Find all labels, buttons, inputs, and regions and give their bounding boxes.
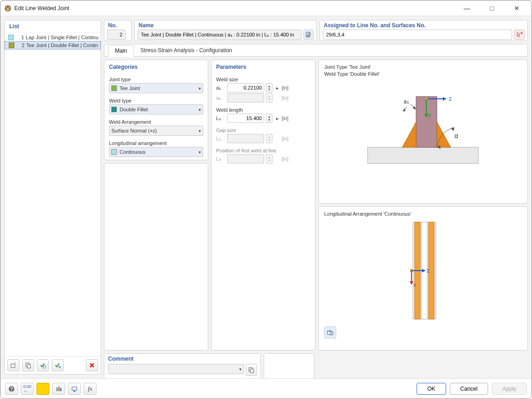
L3-label: L₃ [216, 156, 225, 162]
comment-copy-button[interactable] [246, 364, 257, 376]
weld-type-combo[interactable]: Double Fillet ▾ [109, 104, 203, 115]
L2-input [227, 134, 264, 143]
list-item-number: 2 [17, 42, 24, 48]
list-item[interactable]: 2 Tee Joint | Double Fillet | Contin [5, 41, 101, 49]
comment-combo[interactable]: ▾ [108, 364, 244, 374]
a1-input[interactable] [227, 83, 264, 92]
a2-spinner: ▲▼ [266, 93, 272, 103]
axis-z-label: z [449, 96, 452, 102]
name-input[interactable] [138, 30, 302, 40]
joint-type-combo[interactable]: Tee Joint ▾ [109, 83, 203, 93]
L1-input[interactable] [227, 114, 264, 123]
color-swatch-icon [111, 85, 117, 91]
L2-label: L₂ [216, 136, 225, 142]
library-button[interactable] [52, 383, 65, 395]
list-body: 1 Lap Joint | Single Fillet | Continu 2 … [5, 33, 101, 356]
a2-label: a₂ [216, 95, 225, 101]
delete-item-button[interactable] [86, 359, 98, 371]
L1-label: L₁ [216, 115, 225, 121]
unit-label: [in] [282, 95, 289, 101]
L1-arrow-icon[interactable]: ▸ [274, 116, 280, 121]
list-item[interactable]: 1 Lap Joint | Single Fillet | Continu [5, 34, 101, 41]
gap-label: Gap size [216, 127, 310, 133]
units-button[interactable]: 0,00↔ [21, 383, 34, 395]
categories-panel: Categories Joint type Tee Joint ▾ Weld t… [104, 60, 208, 160]
tabs: Main Stress-Strain Analysis - Configurat… [104, 44, 528, 57]
check-a-button[interactable] [37, 359, 49, 371]
preview-joint-type: Joint Type 'Tee Joint' [324, 64, 371, 70]
rename-icon[interactable] [303, 30, 314, 40]
weld-size-label: Weld size [216, 77, 310, 82]
minimize-button[interactable]: — [459, 3, 475, 14]
arrangement-diagram: z x [324, 218, 522, 324]
check-b-button[interactable] [52, 359, 64, 371]
content: List 1 Lap Joint | Single Fillet | Conti… [0, 16, 532, 378]
L3-input [227, 154, 264, 163]
weld-arrangement-combo[interactable]: Surface Normal (+z) ▾ [109, 126, 203, 136]
long-arrangement-label: Longitudinal arrangement [109, 140, 203, 146]
help-button[interactable]: ? [5, 383, 18, 395]
main-area: Categories Joint type Tee Joint ▾ Weld t… [104, 60, 528, 351]
axis-x-label: x [413, 282, 416, 288]
tab-main[interactable]: Main [108, 45, 134, 57]
svg-marker-17 [413, 106, 416, 109]
new-item-button[interactable] [7, 359, 19, 371]
name-panel: Name [134, 20, 317, 41]
list-toolbar [5, 356, 101, 374]
chevron-down-icon: ▾ [199, 86, 201, 91]
no-input[interactable] [107, 30, 126, 40]
svg-rect-33 [250, 369, 254, 373]
svg-marker-20 [451, 127, 454, 131]
long-arrangement-combo[interactable]: Continuous ▾ [109, 147, 203, 157]
svg-rect-7 [368, 147, 478, 163]
list-item-number: 1 [17, 35, 24, 40]
copy-item-button[interactable] [22, 359, 34, 371]
no-panel: No. [104, 20, 132, 41]
joint-preview-panel: Joint Type 'Tee Joint' Weld Type 'Double… [318, 60, 528, 204]
svg-marker-9 [402, 122, 416, 147]
cancel-button[interactable]: Cancel [450, 383, 488, 395]
chevron-down-icon: ▾ [199, 150, 201, 155]
svg-rect-5 [43, 366, 46, 368]
joint-type-value: Tee Joint [120, 85, 140, 91]
list-panel: List 1 Lap Joint | Single Fillet | Conti… [4, 20, 101, 375]
L2-spinner: ▲▼ [266, 134, 272, 143]
weld-arrangement-label: Weld Arrangement [109, 119, 203, 125]
axis-z-label: z [427, 267, 429, 274]
titlebar: Edit Line Welded Joint — □ ✕ [0, 0, 532, 16]
preview-options-button[interactable] [324, 326, 336, 339]
function-button[interactable]: fx [84, 383, 97, 395]
name-label: Name [135, 20, 316, 29]
svg-marker-12 [443, 97, 446, 101]
list-header: List [5, 20, 101, 33]
svg-marker-10 [437, 122, 451, 147]
list-item-label: Tee Joint | Double Fillet | Contin [26, 42, 98, 48]
svg-rect-4 [27, 364, 30, 368]
unit-label: [in] [282, 156, 289, 162]
footer: ? 0,00↔ fx OK Cancel Apply [0, 378, 532, 399]
color-swatch-icon [111, 107, 117, 112]
L3-spinner: ▲▼ [266, 154, 272, 163]
alpha-label: α [454, 132, 458, 139]
pick-icon[interactable] [514, 30, 525, 40]
color-button[interactable] [36, 383, 49, 395]
close-button[interactable]: ✕ [508, 3, 525, 14]
apply-button[interactable]: Apply [492, 383, 527, 395]
comment-panel: Comment ▾ [104, 353, 261, 378]
preview-long-arrangement: Longitudinal Arrangement 'Continuous' [324, 211, 411, 217]
a1-label: a₁ [216, 85, 225, 91]
maximize-button[interactable]: □ [484, 3, 500, 14]
tab-stress-strain[interactable]: Stress-Strain Analysis - Configuration [134, 45, 239, 56]
joint-diagram: z y a₁ [324, 78, 522, 180]
app-icon [4, 5, 12, 12]
axis-y-label: y [428, 112, 431, 118]
list-item-label: Lap Joint | Single Fillet | Continu [26, 35, 98, 40]
L1-spinner[interactable]: ▲▼ [266, 114, 272, 123]
view-button[interactable] [68, 383, 81, 395]
window-title: Edit Line Welded Joint [14, 5, 69, 12]
long-arrangement-preview-panel: Longitudinal Arrangement 'Continuous' [318, 206, 528, 351]
ok-button[interactable]: OK [417, 383, 446, 395]
assigned-input[interactable] [323, 30, 512, 40]
a1-spinner[interactable]: ▲▼ [266, 83, 272, 92]
a1-arrow-icon[interactable]: ▸ [274, 85, 280, 91]
